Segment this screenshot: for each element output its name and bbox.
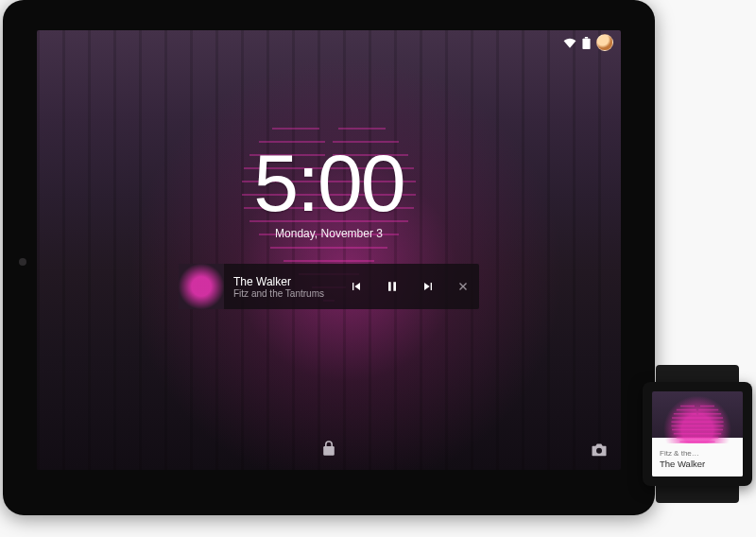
watch-body: Fitz & the… The Walker — [643, 382, 752, 486]
media-notification[interactable]: The Walker Fitz and the Tantrums — [179, 264, 479, 309]
media-artist: Fitz and the Tantrums — [233, 288, 324, 299]
clock-date: Monday, November 3 — [253, 227, 404, 240]
lockscreen-clock: 5:00 Monday, November 3 — [253, 142, 404, 240]
watch-screen[interactable]: Fitz & the… The Walker — [652, 391, 743, 476]
dismiss-button[interactable] — [453, 276, 473, 297]
camera-icon[interactable] — [591, 442, 608, 460]
album-art-thumbnail — [179, 264, 224, 309]
lock-icon[interactable] — [321, 440, 336, 460]
tablet-device: 5:00 Monday, November 3 The Walker Fitz … — [3, 0, 655, 515]
svg-rect-2 — [323, 446, 335, 456]
watch-media-card[interactable]: Fitz & the… The Walker — [652, 443, 743, 476]
media-title: The Walker — [233, 275, 324, 288]
svg-rect-0 — [582, 38, 590, 48]
skip-previous-button[interactable] — [345, 275, 368, 298]
pause-button[interactable] — [381, 275, 404, 298]
battery-icon — [582, 37, 591, 49]
media-info: The Walker Fitz and the Tantrums — [224, 275, 334, 299]
watch-media-artist: Fitz & the… — [660, 449, 735, 459]
skip-next-button[interactable] — [417, 275, 439, 298]
media-controls — [345, 275, 479, 298]
clock-time: 5:00 — [253, 142, 404, 223]
svg-rect-1 — [585, 37, 588, 39]
watch-media-title: The Walker — [660, 459, 735, 469]
album-art-lines — [215, 112, 442, 329]
tablet-lockscreen[interactable]: 5:00 Monday, November 3 The Walker Fitz … — [37, 30, 621, 470]
wifi-icon — [563, 37, 576, 48]
watch-device: Fitz & the… The Walker — [637, 365, 752, 503]
user-avatar[interactable] — [596, 34, 613, 51]
status-bar — [563, 34, 613, 51]
svg-point-3 — [596, 448, 602, 454]
